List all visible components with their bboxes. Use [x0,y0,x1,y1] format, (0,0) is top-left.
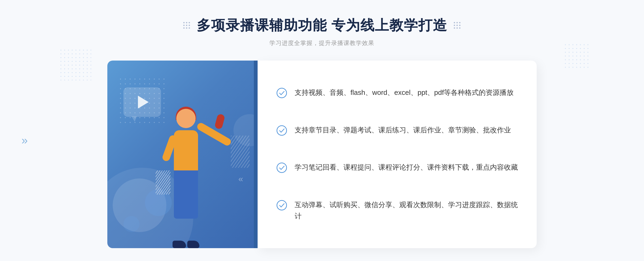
feature-text-4: 互动弹幕、试听购买、微信分享、观看次数限制、学习进度跟踪、数据统计 [295,199,518,222]
header-section: 多项录播课辅助功能 专为线上教学打造 学习进度全掌握，提升录播课教学效果 [183,16,461,47]
check-icon-2 [276,125,287,136]
person-pants [174,170,198,219]
page-wrapper: » 多项录播课辅助功能 专为线上教学打造 学习进度全掌握，提升录播课教学效果 [0,0,644,261]
svg-point-2 [277,163,287,173]
main-title: 多项录播课辅助功能 专为线上教学打造 [197,16,447,35]
person-head [176,109,196,128]
play-icon [138,96,149,109]
dot-grid-left [183,22,190,29]
content-area: « [107,61,537,248]
vertical-bar [254,61,258,248]
header-title-row: 多项录播课辅助功能 专为线上教学打造 [183,16,461,35]
features-panel: 支持视频、音频、flash、word、excel、ppt、pdf等各种格式的资源… [258,61,537,248]
feature-item-1: 支持视频、音频、flash、word、excel、ppt、pdf等各种格式的资源… [276,83,518,103]
feature-text-3: 学习笔记回看、课程提问、课程评论打分、课件资料下载，重点内容收藏 [295,162,518,173]
check-icon-4 [276,200,287,211]
person-shoe-right [187,241,199,248]
dots-decoration-left [59,48,91,80]
illus-stripes [231,136,250,168]
feature-item-3: 学习笔记回看、课程提问、课程评论打分、课件资料下载，重点内容收藏 [276,158,518,177]
illustration-panel: « [107,61,258,248]
dots-decoration-right [564,43,590,70]
person-arm-right [196,122,232,147]
feature-text-1: 支持视频、音频、flash、word、excel、ppt、pdf等各种格式的资源… [295,87,514,98]
sub-title: 学习进度全掌握，提升录播课教学效果 [183,39,461,47]
feature-item-2: 支持章节目录、弹题考试、课后练习、课后作业、章节测验、批改作业 [276,120,518,140]
deco-circle-blue2 [123,216,140,232]
header-deco-left [183,22,190,29]
svg-point-1 [277,126,287,135]
person-shoe-left [173,241,186,248]
check-icon-1 [276,88,287,98]
check-icon-3 [276,162,287,173]
person-body [174,130,198,173]
feature-item-4: 互动弹幕、试听购买、微信分享、观看次数限制、学习进度跟踪、数据统计 [276,195,518,226]
svg-point-0 [277,88,287,98]
illus-chevrons: « [238,174,241,184]
deco-stripes-left [156,170,170,195]
feature-text-2: 支持章节目录、弹题考试、课后练习、课后作业、章节测验、批改作业 [295,125,511,136]
dot-grid-right [454,22,461,29]
chevron-left-decoration: » [21,134,25,147]
svg-point-3 [277,200,287,210]
header-deco-right [454,22,461,29]
person-hair-ponytail [214,113,225,129]
